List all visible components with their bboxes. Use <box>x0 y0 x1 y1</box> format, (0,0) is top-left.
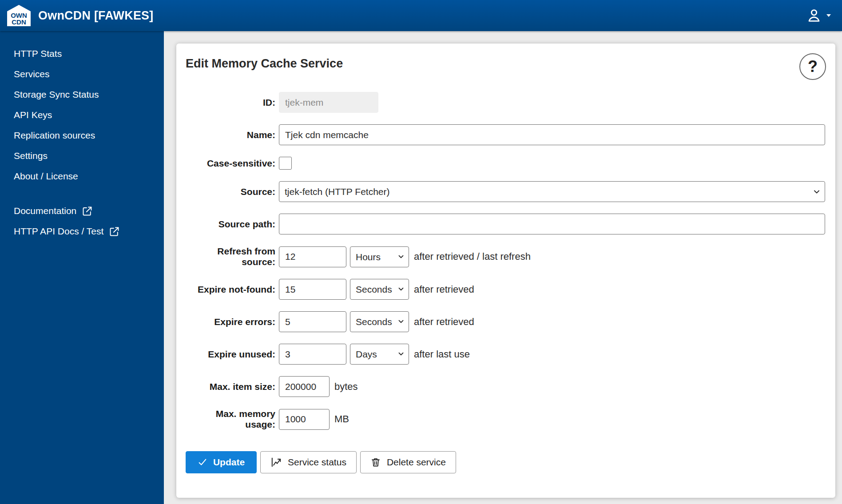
sidebar-item-label: Replication sources <box>14 130 95 141</box>
expire-unused-value-field[interactable] <box>279 344 346 365</box>
id-row: ID: <box>186 92 825 113</box>
sidebar-item-services[interactable]: Services <box>0 64 164 84</box>
name-field[interactable] <box>279 124 825 145</box>
sidebar-item-label: Storage Sync Status <box>14 89 99 100</box>
refresh-row: Refresh from source: Hours after retriev… <box>186 246 825 267</box>
sidebar-link-label: HTTP API Docs / Test <box>14 226 103 237</box>
help-button[interactable]: ? <box>799 53 826 80</box>
trash-icon <box>370 457 381 468</box>
max-memory-suffix-text: MB <box>334 413 349 425</box>
line-chart-icon <box>270 456 282 468</box>
id-field <box>279 92 378 113</box>
sidebar-item-label: API Keys <box>14 110 52 120</box>
app-title: OwnCDN [FAWKES] <box>38 9 154 23</box>
refresh-label: Refresh from source: <box>186 246 275 267</box>
max-memory-row: Max. memory usage: MB <box>186 409 825 430</box>
expire-errors-row: Expire errors: Seconds after retrieved <box>186 311 825 332</box>
expire-unused-row: Expire unused: Days after last use <box>186 344 825 365</box>
sidebar-item-storage-sync-status[interactable]: Storage Sync Status <box>0 84 164 105</box>
max-memory-field[interactable] <box>279 409 330 430</box>
update-button[interactable]: Update <box>186 451 257 473</box>
expire-not-found-row: Expire not-found: Seconds after retrieve… <box>186 279 825 300</box>
expire-unused-label: Expire unused: <box>186 349 275 360</box>
sidebar-link-http-api-docs[interactable]: HTTP API Docs / Test <box>0 221 164 242</box>
source-select[interactable]: tjek-fetch (HTTP Fetcher) <box>279 181 825 202</box>
expire-not-found-unit-select[interactable]: Seconds <box>350 279 409 300</box>
owncdn-logo-icon: OWN CDN <box>7 5 31 26</box>
expire-not-found-value-field[interactable] <box>279 279 346 300</box>
expire-unused-suffix-text: after last use <box>414 349 470 360</box>
sidebar-item-label: Settings <box>14 151 48 161</box>
check-icon <box>198 457 207 467</box>
max-memory-label: Max. memory usage: <box>186 409 275 430</box>
page-title: Edit Memory Cache Service <box>186 57 825 71</box>
case-sensitive-label: Case-sensitive: <box>186 158 275 169</box>
external-link-icon <box>82 206 93 217</box>
source-path-field[interactable] <box>279 214 825 234</box>
sidebar-item-http-stats[interactable]: HTTP Stats <box>0 44 164 64</box>
source-path-label: Source path: <box>186 219 275 230</box>
max-item-size-label: Max. item size: <box>186 381 275 392</box>
delete-service-button[interactable]: Delete service <box>360 451 456 473</box>
expire-not-found-suffix-text: after retrieved <box>414 284 474 295</box>
name-row: Name: <box>186 124 825 145</box>
user-icon <box>805 7 823 24</box>
expire-unused-unit-select[interactable]: Days <box>350 344 409 365</box>
app-header: OWN CDN OwnCDN [FAWKES] <box>0 0 842 31</box>
refresh-unit-select[interactable]: Hours <box>350 246 409 267</box>
expire-errors-label: Expire errors: <box>186 317 275 327</box>
max-item-size-field[interactable] <box>279 376 330 397</box>
refresh-suffix-text: after retrieved / last refresh <box>414 251 531 262</box>
delete-service-button-label: Delete service <box>387 457 446 468</box>
max-item-size-row: Max. item size: bytes <box>186 376 825 397</box>
case-sensitive-checkbox[interactable] <box>279 157 292 170</box>
service-status-button[interactable]: Service status <box>260 451 357 473</box>
sidebar-item-label: About / License <box>14 171 78 182</box>
max-item-size-suffix-text: bytes <box>334 381 358 393</box>
sidebar-item-label: Services <box>14 69 50 79</box>
source-row: Source: tjek-fetch (HTTP Fetcher) <box>186 181 825 202</box>
sidebar-item-settings[interactable]: Settings <box>0 146 164 166</box>
edit-service-card: Edit Memory Cache Service ? ID: Name: Ca… <box>176 44 835 498</box>
sidebar-nav: HTTP Stats Services Storage Sync Status … <box>0 31 164 504</box>
update-button-label: Update <box>213 457 245 468</box>
expire-not-found-label: Expire not-found: <box>186 284 275 295</box>
id-label: ID: <box>186 97 275 108</box>
sidebar-link-label: Documentation <box>14 206 76 216</box>
name-label: Name: <box>186 130 275 140</box>
sidebar-link-documentation[interactable]: Documentation <box>0 201 164 221</box>
expire-errors-unit-select[interactable]: Seconds <box>350 311 409 332</box>
case-sensitive-row: Case-sensitive: <box>186 157 825 170</box>
action-buttons: Update Service status <box>186 451 825 473</box>
refresh-value-field[interactable] <box>279 246 346 267</box>
source-path-row: Source path: <box>186 214 825 234</box>
brand-home-link[interactable]: OWN CDN OwnCDN [FAWKES] <box>7 5 154 26</box>
expire-errors-value-field[interactable] <box>279 311 346 332</box>
user-menu-caret-icon <box>825 12 832 19</box>
user-menu[interactable] <box>805 7 832 24</box>
sidebar-item-about-license[interactable]: About / License <box>0 166 164 187</box>
sidebar-item-api-keys[interactable]: API Keys <box>0 105 164 125</box>
sidebar-item-label: HTTP Stats <box>14 48 62 59</box>
expire-errors-suffix-text: after retrieved <box>414 316 474 328</box>
main-content: Edit Memory Cache Service ? ID: Name: Ca… <box>164 31 842 504</box>
logo-line2: CDN <box>12 19 26 25</box>
service-status-button-label: Service status <box>288 457 346 468</box>
external-link-icon <box>109 226 120 237</box>
logo-line1: OWN <box>11 12 27 19</box>
sidebar-item-replication-sources[interactable]: Replication sources <box>0 125 164 146</box>
source-label: Source: <box>186 187 275 197</box>
